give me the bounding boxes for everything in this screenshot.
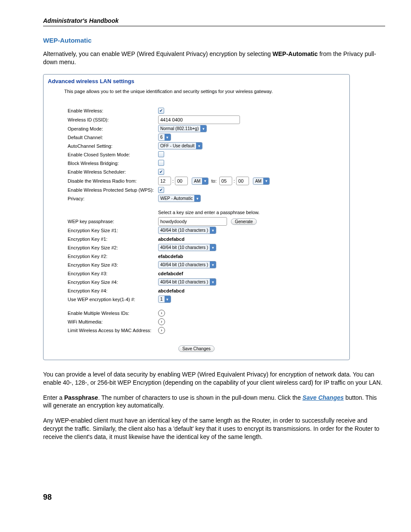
operating-mode-value: Normal (802.11b+g) [160,126,200,131]
checkbox-block-bridging[interactable] [158,160,164,166]
label-closed-system: Enable Closed System Mode: [68,152,158,157]
checkbox-closed-system[interactable] [158,151,164,157]
chevron-down-icon: ▾ [194,195,200,202]
label-key2: Encryption Key #2: [68,254,158,259]
wep-passphrase-input[interactable] [158,217,227,226]
label-wps: Enable Wireless Protected Setup (WPS): [68,187,158,193]
colon-2: : [234,178,235,184]
use-key-value: 1 [160,297,165,302]
label-operating-mode: Operating Mode: [68,126,158,131]
colon-1: : [172,178,174,184]
generate-button[interactable]: Generate [231,218,257,225]
default-channel-value: 6 [160,135,165,140]
label-key1: Encryption Key #1: [68,236,158,242]
autochannel-select[interactable]: OFF - Use default ▾ [158,142,202,149]
label-mac-limit: Limit Wireless Access by MAC Address: [68,328,158,333]
label-wmm: WiFi Multimedia: [68,319,158,324]
label-ksize2: Encryption Key Size #2: [68,245,158,250]
privacy-value: WEP - Automatic [160,196,194,201]
passphrase-prompt: Select a key size and enter a passphrase… [158,210,345,215]
chevron-down-icon: ▾ [210,279,216,285]
from-min-input[interactable] [175,177,188,185]
chevron-down-icon: ▾ [165,296,171,302]
use-key-select[interactable]: 1 ▾ [158,296,171,303]
ksize2-select[interactable]: 40/64 bit (10 characters ) ▾ [158,244,216,251]
chevron-down-icon: ▾ [210,261,216,268]
settings-panel: Advanced wireless LAN settings This page… [43,74,350,360]
from-ampm-select[interactable]: AM ▾ [192,177,209,185]
intro-bold: WEP-Automatic [273,50,318,57]
chevron-down-icon: ▾ [202,178,208,184]
label-ksize3: Encryption Key Size #3: [68,262,158,268]
ksize1-select[interactable]: 40/64 bit (10 characters ) ▾ [158,227,216,234]
label-key3: Encryption Key #3: [68,271,158,276]
p2-text-b: . The number of characters to use is sho… [98,394,302,401]
save-changes-button[interactable]: Save Changes [178,345,215,352]
p2-text-a: Enter a [43,394,64,401]
label-privacy: Privacy: [68,196,158,201]
label-disable-radio: Disable the Wireless Radio from: [68,178,158,184]
to-ampm-select[interactable]: AM ▾ [253,177,270,185]
to-min-input[interactable] [236,177,249,185]
key1-value: abcdefabcd [158,236,345,242]
section-heading: WEP-Automatic [43,37,385,44]
panel-title: Advanced wireless LAN settings [48,78,345,84]
checkbox-wps[interactable] [158,187,164,193]
ksize2-value: 40/64 bit (10 characters ) [160,245,210,250]
default-channel-select[interactable]: 6 ▾ [158,134,171,141]
chevron-down-icon: ▾ [210,227,216,233]
chevron-down-icon: ▾ [263,178,269,184]
chevron-down-icon: ▾ [200,125,206,132]
key2-value: efabcdefab [158,254,345,259]
header-rule [43,26,385,26]
chevron-down-icon: ▾ [210,244,216,251]
to-ampm-value: AM [255,179,263,184]
paragraph-3: Any WEP-enabled client must have an iden… [43,417,385,441]
chevron-down-icon: ▾ [196,143,202,149]
checkbox-scheduler[interactable] [158,169,164,175]
label-enable-wireless: Enable Wireless: [68,108,158,113]
label-key4: Encryption Key #4: [68,288,158,293]
ksize1-value: 40/64 bit (10 characters ) [160,228,210,233]
from-hour-input[interactable] [158,177,171,185]
autochannel-value: OFF - Use default [160,143,196,148]
checkbox-enable-wireless[interactable] [158,108,164,114]
ksize3-value: 40/64 bit (10 characters ) [160,262,210,267]
p2-bold-passphrase: Passphrase [64,394,98,401]
label-wep-passphrase: WEP key passphrase: [68,219,158,224]
ksize4-select[interactable]: 40/64 bit (10 characters ) ▾ [158,278,216,286]
running-header: Administrator's Handbook [43,17,385,24]
privacy-select[interactable]: WEP - Automatic ▾ [158,195,201,202]
arrow-right-icon[interactable]: › [158,310,165,317]
ksize3-select[interactable]: 40/64 bit (10 characters ) ▾ [158,261,216,268]
to-label: to: [211,178,216,184]
label-ksize1: Encryption Key Size #1: [68,228,158,233]
save-changes-link[interactable]: Save Changes [302,394,344,401]
label-default-channel: Default Channel: [68,135,158,140]
key4-value: abcdefabcd [158,288,345,293]
to-hour-input[interactable] [219,177,232,185]
label-block-bridging: Block Wireless Bridging: [68,161,158,166]
paragraph-2: Enter a Passphrase. The number of charac… [43,394,385,410]
paragraph-1: You can provide a level of data security… [43,370,385,387]
label-multi-ssid: Enable Multiple Wireless IDs: [68,311,158,316]
label-ksize4: Encryption Key Size #4: [68,280,158,285]
ssid-input[interactable] [158,115,240,124]
panel-description: This page allows you to set the unique i… [64,89,345,94]
arrow-right-icon[interactable]: › [158,318,165,325]
label-scheduler: Enable Wireless Scheduler: [68,169,158,174]
intro-text-a: Alternatively, you can enable WEP (Wired… [43,50,273,57]
intro-paragraph: Alternatively, you can enable WEP (Wired… [43,50,385,66]
operating-mode-select[interactable]: Normal (802.11b+g) ▾ [158,125,207,132]
from-ampm-value: AM [194,179,202,184]
label-use-key: Use WEP encryption key(1-4) #: [68,297,158,302]
page-number: 98 [43,493,385,502]
chevron-down-icon: ▾ [165,134,171,140]
label-autochannel: AutoChannel Setting: [68,143,158,149]
key3-value: cdefabcdef [158,271,345,276]
label-ssid: Wireless ID (SSID): [68,117,158,122]
ksize4-value: 40/64 bit (10 characters ) [160,280,210,284]
arrow-right-icon[interactable]: › [158,327,165,334]
